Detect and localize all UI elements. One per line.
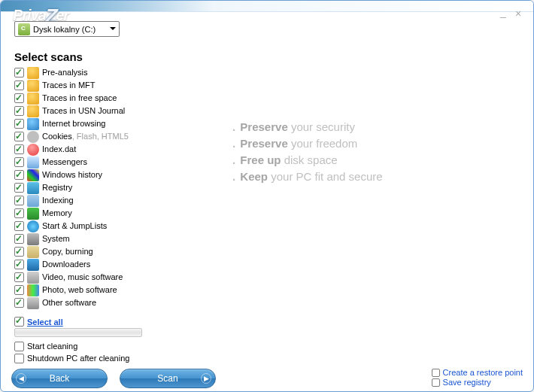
scan-button-label: Scan xyxy=(157,373,177,384)
app-window: PrivaZer _ × Dysk lokalny (C:) Select sc… xyxy=(0,0,534,392)
scan-checkbox[interactable] xyxy=(14,260,24,269)
bullet-dot: . xyxy=(232,153,238,166)
scan-checkbox[interactable] xyxy=(14,247,24,257)
scan-checkbox[interactable] xyxy=(14,144,24,154)
scan-checkbox[interactable] xyxy=(14,119,24,129)
drive-icon xyxy=(18,23,30,35)
slogan-rest: disk space xyxy=(281,153,338,166)
scan-label: Traces in USN Journal xyxy=(42,105,125,117)
back-button-label: Back xyxy=(50,373,70,384)
post-option-checkbox[interactable] xyxy=(14,342,24,351)
footer-options: Create a restore point Save registry xyxy=(432,368,523,387)
scan-checkbox[interactable] xyxy=(14,68,24,77)
scan-label: Pre-analysis xyxy=(42,66,88,79)
scan-item: Registry xyxy=(14,181,187,194)
scan-checkbox[interactable] xyxy=(14,272,24,282)
scan-item: Traces in USN Journal xyxy=(14,105,187,117)
photo-icon xyxy=(27,284,39,296)
section-title: Select scans xyxy=(14,50,187,63)
scan-item: Indexing xyxy=(14,194,187,207)
sys-icon xyxy=(27,233,39,245)
select-all-checkbox[interactable] xyxy=(14,317,24,327)
scan-checkbox[interactable] xyxy=(14,170,24,180)
scan-label: Downloaders xyxy=(42,258,90,271)
scan-checkbox[interactable] xyxy=(14,221,24,231)
msg-icon xyxy=(27,156,39,169)
shield-icon xyxy=(27,80,39,92)
save-registry-checkbox[interactable] xyxy=(432,378,440,387)
scan-checkbox[interactable] xyxy=(14,234,24,244)
scan-item: Internet browsing xyxy=(14,117,187,130)
slogan-block: . Preserve your security. Preserve your … xyxy=(232,119,383,185)
slogan-line: . Preserve your security xyxy=(232,119,383,135)
titlebar: PrivaZer _ × xyxy=(1,1,533,12)
restore-point-checkbox[interactable] xyxy=(432,369,440,377)
close-button[interactable]: × xyxy=(512,8,524,20)
chevron-down-icon xyxy=(110,27,116,30)
scan-checkbox[interactable] xyxy=(14,196,24,205)
win-icon xyxy=(27,169,39,181)
app-icon xyxy=(27,297,39,309)
scan-item: Other software xyxy=(14,296,187,309)
shield-icon xyxy=(27,93,39,105)
arrow-right-icon: ▶ xyxy=(201,373,211,384)
scan-list: Pre-analysisTraces in MFTTraces in free … xyxy=(14,66,187,309)
mem-icon xyxy=(27,208,39,220)
back-button[interactable]: ◀ Back xyxy=(11,369,108,388)
scan-checkbox[interactable] xyxy=(14,157,24,167)
dl-icon xyxy=(27,259,39,271)
restore-point-link[interactable]: Create a restore point xyxy=(443,368,523,377)
scan-checkbox[interactable] xyxy=(14,81,24,90)
slogan-bold: Preserve xyxy=(240,120,287,133)
scan-label: System xyxy=(42,232,70,245)
left-column: Dysk lokalny (C:) Select scans Pre-analy… xyxy=(14,21,187,364)
right-column: . Preserve your security. Preserve your … xyxy=(210,21,523,364)
scan-checkbox[interactable] xyxy=(14,298,24,308)
shield-icon xyxy=(27,105,39,117)
post-option-checkbox[interactable] xyxy=(14,354,24,363)
scan-button[interactable]: Scan ▶ xyxy=(120,369,216,388)
post-option-label: Shutdown PC after cleaning xyxy=(27,352,129,365)
post-option-label: Start cleaning xyxy=(27,340,77,353)
scan-label: Traces in free space xyxy=(42,92,117,105)
footer: ◀ Back Scan ▶ Create a restore point Sav… xyxy=(1,369,533,391)
progress-bar xyxy=(14,328,142,337)
scan-item: Downloaders xyxy=(14,258,187,271)
scan-checkbox[interactable] xyxy=(14,208,24,218)
arrow-left-icon: ◀ xyxy=(16,373,26,384)
slogan-rest: your freedom xyxy=(288,137,358,150)
bullet-dot: . xyxy=(232,137,238,150)
select-all-link[interactable]: Select all xyxy=(27,318,63,327)
copy-icon xyxy=(27,246,39,258)
save-registry-link[interactable]: Save registry xyxy=(443,378,491,387)
reg-icon xyxy=(27,182,39,194)
scan-checkbox[interactable] xyxy=(14,183,24,193)
scan-item: Start & JumpLists xyxy=(14,220,187,232)
post-option: Start cleaning xyxy=(14,340,187,352)
scan-item: Photo, web software xyxy=(14,284,187,296)
drive-label: Dysk lokalny (C:) xyxy=(33,25,96,34)
slogan-line: . Preserve your freedom xyxy=(232,135,383,152)
minimize-button[interactable]: _ xyxy=(497,8,509,20)
body: Dysk lokalny (C:) Select scans Pre-analy… xyxy=(1,12,533,369)
index-icon xyxy=(27,144,39,156)
scan-label: Other software xyxy=(42,296,96,309)
drive-selector[interactable]: Dysk lokalny (C:) xyxy=(14,21,120,37)
scan-label-muted: , Flash, HTML5 xyxy=(72,132,129,141)
scan-checkbox[interactable] xyxy=(14,93,24,103)
scan-checkbox[interactable] xyxy=(14,106,24,116)
slogan-bold: Preserve xyxy=(240,137,287,150)
scan-label: Photo, web software xyxy=(42,284,117,296)
scan-label: Internet browsing xyxy=(42,117,105,130)
slogan-rest: your security xyxy=(288,120,355,133)
media-icon xyxy=(27,272,39,284)
scan-item: Messengers xyxy=(14,156,187,169)
scan-checkbox[interactable] xyxy=(14,132,24,141)
scan-item: Copy, burning xyxy=(14,245,187,258)
scan-item: Cookies, Flash, HTML5 xyxy=(14,130,187,143)
slogan-rest: your PC fit and secure xyxy=(268,170,383,183)
scan-checkbox[interactable] xyxy=(14,285,24,295)
shield-icon xyxy=(27,67,39,79)
slogan-bold: Free up xyxy=(240,153,281,166)
scan-item: Index.dat xyxy=(14,143,187,156)
